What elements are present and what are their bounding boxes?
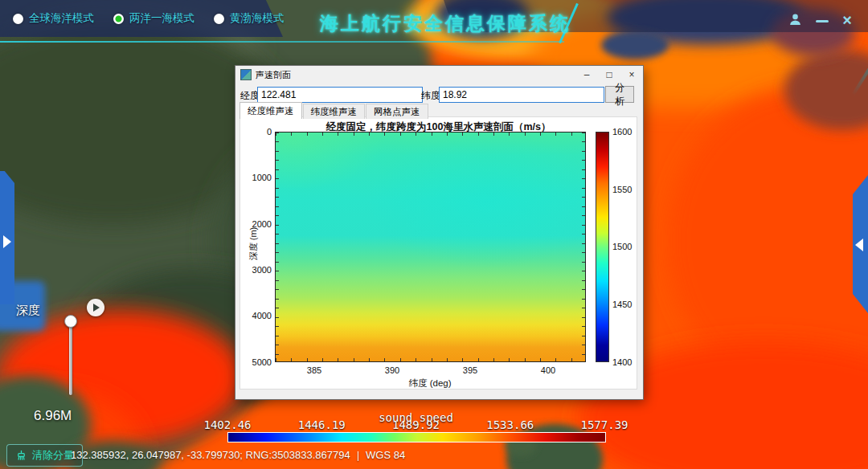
y-tick-label: 5000	[248, 357, 272, 367]
heatmap-plot-area	[275, 132, 586, 362]
datum-text: WGS 84	[366, 449, 405, 461]
legend-tick: 1489.92	[392, 418, 440, 431]
x-axis-title: 纬度 (deg)	[390, 377, 470, 389]
depth-slider-track[interactable]	[69, 320, 72, 395]
tab-bar: 经度维声速 纬度维声速 网格点声速	[240, 102, 429, 119]
colorbar-tick-label: 1600	[612, 127, 640, 137]
legend-colorbar	[227, 432, 606, 442]
longitude-input[interactable]	[257, 87, 423, 103]
mode-label: 两洋一海模式	[129, 11, 194, 26]
mode-global-ocean[interactable]: 全球海洋模式	[13, 11, 94, 26]
app-title: 海上航行安全信息保障系统	[320, 11, 571, 36]
tab-grid-point[interactable]: 网格点声速	[366, 104, 428, 119]
mode-yellow-bohai-sea[interactable]: 黄渤海模式	[214, 11, 285, 26]
legend-tick: 1446.19	[298, 418, 346, 431]
colorbar-tick-label: 1500	[612, 242, 640, 251]
clear-button-label: 清除分量	[32, 448, 74, 463]
mode-label: 全球海洋模式	[29, 11, 94, 26]
status-coordinates: 132.385932, 26.047987, -33.799730; RNG:3…	[71, 449, 405, 461]
x-tick-label: 390	[376, 365, 408, 375]
colorbar-tick-label: 1400	[612, 357, 640, 367]
latitude-input[interactable]	[439, 87, 604, 103]
y-axis-ticks-right	[582, 133, 585, 361]
dialog-titlebar[interactable]: 声速剖面 – □ ×	[235, 66, 643, 84]
x-tick-label: 400	[532, 365, 564, 375]
legend-tick: 1402.46	[203, 418, 251, 431]
header-underline	[0, 41, 564, 43]
radio-icon	[13, 14, 23, 24]
close-icon[interactable]: ×	[842, 14, 852, 26]
minimize-icon[interactable]	[816, 20, 829, 22]
play-icon	[93, 304, 100, 312]
chart-colorbar	[596, 132, 609, 362]
radio-selected-icon	[113, 14, 124, 24]
colorbar-tick-label: 1450	[612, 300, 640, 309]
depth-slider-knob[interactable]	[64, 315, 77, 328]
sound-speed-legend: sound_speed 1402.46 1446.19 1489.92 1533…	[227, 432, 604, 442]
mode-two-oceans-one-sea[interactable]: 两洋一海模式	[113, 11, 194, 26]
y-tick-label: 4000	[248, 311, 272, 320]
coordinates-text: 132.385932, 26.047987, -33.799730; RNG:3…	[71, 449, 350, 461]
separator: |	[357, 449, 359, 461]
y-axis-title: 深度 (m)	[248, 218, 260, 270]
x-axis-ticks-bottom	[276, 358, 585, 361]
expand-left-arrow-icon[interactable]	[855, 239, 863, 251]
y-tick-label: 0	[248, 127, 272, 137]
depth-play-button[interactable]	[87, 299, 104, 316]
window-controls: ×	[788, 13, 852, 27]
tab-latitude-dim[interactable]: 纬度维声速	[303, 104, 366, 119]
dialog-minimize-button[interactable]: –	[575, 66, 598, 84]
map-scale-text: 6.96M	[34, 408, 72, 424]
mode-label: 黄渤海模式	[230, 11, 285, 26]
x-axis-ticks-top	[276, 133, 585, 136]
colorbar-tick-label: 1550	[612, 185, 640, 194]
dialog-app-icon	[240, 69, 252, 80]
mode-switcher: 全球海洋模式 两洋一海模式 黄渤海模式	[13, 11, 285, 26]
chart-panel: 经度固定，纬度跨度为100海里水声速剖面（m/s） 0 1000 2000 30…	[240, 116, 637, 389]
y-tick-label: 1000	[248, 173, 272, 182]
analyze-button[interactable]: 分析	[605, 86, 634, 103]
user-icon[interactable]	[788, 13, 802, 27]
dialog-title: 声速剖面	[256, 69, 291, 81]
dialog-window-buttons: – □ ×	[575, 66, 643, 84]
expand-right-arrow-icon[interactable]	[3, 235, 11, 248]
broom-icon	[15, 450, 27, 462]
y-axis-ticks-left	[276, 133, 279, 361]
x-tick-label: 385	[298, 365, 330, 375]
legend-tick: 1533.66	[486, 418, 534, 431]
depth-slider-label: 深度	[16, 303, 40, 318]
legend-tick: 1577.39	[580, 418, 628, 431]
tab-longitude-dim[interactable]: 经度维声速	[240, 102, 302, 119]
sound-speed-profile-dialog: 声速剖面 – □ × 经度: 纬度: 分析 经度维声速 纬度维声速 网格点声速 …	[235, 66, 643, 399]
radio-icon	[214, 14, 224, 24]
x-tick-label: 395	[454, 365, 486, 375]
